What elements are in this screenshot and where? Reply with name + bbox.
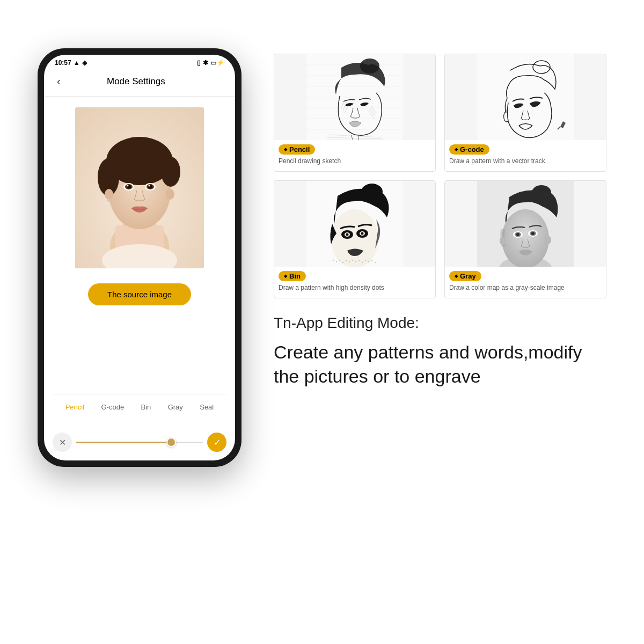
text-section: Tn-App Editing Mode: Create any patterns…	[274, 309, 606, 395]
right-panel: Pencil Pencil drawing sketch	[274, 48, 606, 394]
svg-point-60	[365, 260, 366, 261]
slider-track	[76, 442, 203, 443]
mode-grid: Pencil Pencil drawing sketch	[274, 54, 606, 298]
cancel-button[interactable]: ✕	[53, 433, 72, 452]
gray-desc: Draw a color map as a gray-scale image	[445, 282, 606, 298]
svg-point-28	[360, 58, 379, 74]
phone-screen: 10:57 ▲ ◈ ▯ ✱ ▭⚡ ‹ Mode Settings	[44, 55, 235, 460]
svg-point-55	[349, 261, 350, 262]
svg-point-8	[143, 145, 166, 164]
signal-icon: ▲	[74, 59, 80, 67]
svg-point-42	[361, 184, 383, 200]
svg-point-16	[149, 185, 150, 187]
confirm-button[interactable]: ✓	[207, 433, 226, 452]
tab-bin[interactable]: Bin	[140, 401, 152, 413]
phone-content: The source image Pencil G-code Bin Gray …	[44, 97, 235, 428]
pencil-badge: Pencil	[279, 144, 315, 155]
gcode-badge: G-code	[449, 144, 489, 155]
mode-image-bin	[274, 181, 435, 267]
pencil-label-row: Pencil	[274, 140, 435, 156]
svg-point-12	[127, 185, 129, 187]
nav-title: Mode Settings	[65, 76, 207, 87]
battery-icon: ▭⚡	[210, 59, 224, 67]
svg-point-17	[105, 189, 113, 200]
svg-point-57	[355, 261, 356, 262]
app-title: Tn-App Editing Mode:	[274, 314, 606, 332]
bottom-bar: ✕ ✓	[44, 428, 235, 460]
svg-point-68	[502, 209, 549, 267]
mode-card-bin: Bin Draw a pattern with high density dot…	[274, 180, 436, 298]
svg-point-74	[531, 232, 535, 235]
nav-bar: ‹ Mode Settings	[44, 69, 235, 97]
bin-label-row: Bin	[274, 267, 435, 282]
svg-point-50	[333, 260, 334, 261]
photo-placeholder	[75, 107, 204, 268]
svg-point-43	[331, 209, 378, 267]
mode-image-pencil	[274, 54, 435, 140]
svg-point-49	[361, 232, 364, 235]
source-image-button[interactable]: The source image	[88, 283, 191, 305]
tab-seal[interactable]: Seal	[199, 401, 215, 413]
wifi-icon: ◈	[82, 59, 87, 67]
svg-point-75	[500, 237, 506, 245]
svg-point-58	[358, 260, 360, 261]
svg-point-56	[352, 260, 353, 261]
gray-badge: Gray	[449, 271, 481, 281]
mode-image-gcode	[445, 54, 606, 140]
cancel-icon: ✕	[59, 437, 66, 448]
svg-point-7	[161, 157, 180, 187]
mode-card-gray: Gray Draw a color map as a gray-scale im…	[444, 180, 606, 298]
app-subtitle: Create any patterns and words,modify the…	[274, 340, 606, 390]
mode-card-pencil: Pencil Pencil drawing sketch	[274, 54, 436, 172]
confirm-icon: ✓	[214, 437, 221, 448]
slider-container[interactable]	[76, 433, 203, 452]
tab-gcode[interactable]: G-code	[100, 401, 125, 413]
svg-point-76	[545, 236, 551, 244]
svg-point-59	[362, 262, 363, 263]
slider-fill	[76, 442, 171, 443]
svg-point-65	[532, 185, 551, 200]
bluetooth-icon: ✱	[203, 59, 208, 67]
svg-point-52	[339, 260, 340, 261]
gray-label-row: Gray	[445, 267, 606, 282]
phone-mockup: 10:57 ▲ ◈ ▯ ✱ ▭⚡ ‹ Mode Settings	[38, 48, 241, 467]
gcode-desc: Draw a pattern with a vector track	[445, 156, 606, 171]
tab-gray[interactable]: Gray	[167, 401, 184, 413]
pencil-sketch-image	[274, 54, 435, 140]
bin-image	[274, 181, 435, 267]
svg-point-71	[516, 233, 519, 236]
status-time: 10:57	[55, 59, 71, 67]
mode-tabs: Pencil G-code Bin Gray Seal	[53, 394, 226, 418]
status-right: ▯ ✱ ▭⚡	[197, 59, 224, 67]
svg-point-53	[342, 262, 343, 263]
bin-desc: Draw a pattern with high density dots	[274, 282, 435, 298]
status-left: 10:57 ▲ ◈	[55, 59, 87, 67]
svg-point-54	[346, 260, 347, 261]
main-container: 10:57 ▲ ◈ ▯ ✱ ▭⚡ ‹ Mode Settings	[27, 27, 617, 617]
tab-pencil[interactable]: Pencil	[64, 401, 85, 413]
back-button[interactable]: ‹	[53, 73, 65, 90]
mode-card-gcode: G-code Draw a pattern with a vector trac…	[444, 54, 606, 172]
photo-container	[75, 107, 204, 268]
portrait-image	[75, 107, 204, 268]
gcode-image	[445, 54, 606, 140]
svg-point-51	[336, 261, 337, 262]
gray-image	[445, 181, 606, 267]
slider-thumb	[166, 437, 176, 447]
status-bar: 10:57 ▲ ◈ ▯ ✱ ▭⚡	[44, 55, 235, 69]
gcode-label-row: G-code	[445, 140, 606, 156]
svg-point-18	[166, 189, 174, 200]
portrait-icon: ▯	[197, 59, 201, 67]
svg-point-62	[371, 260, 372, 261]
mode-image-gray	[445, 181, 606, 267]
bin-badge: Bin	[279, 271, 306, 281]
phone-wrapper: 10:57 ▲ ◈ ▯ ✱ ▭⚡ ‹ Mode Settings	[38, 48, 252, 467]
svg-point-46	[346, 233, 349, 236]
pencil-desc: Pencil drawing sketch	[274, 156, 435, 171]
svg-point-63	[375, 262, 376, 263]
svg-point-61	[368, 261, 369, 262]
svg-point-19	[107, 199, 111, 202]
